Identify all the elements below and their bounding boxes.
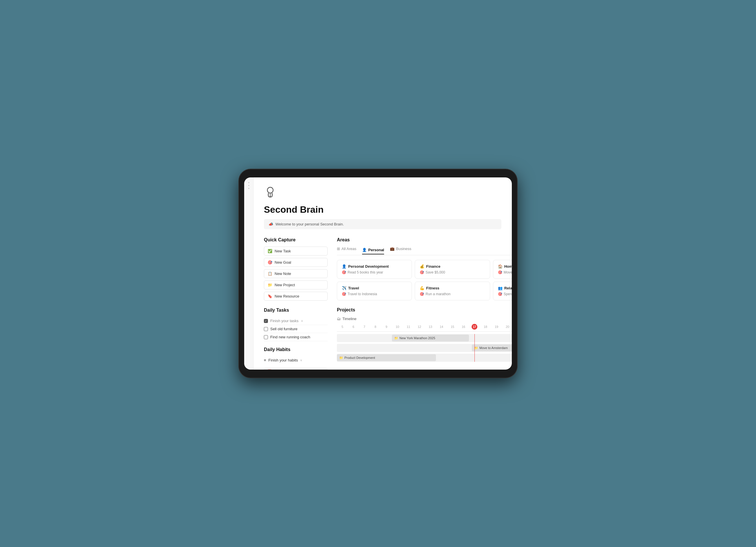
task-checkbox[interactable] (264, 327, 268, 331)
new-resource-button[interactable]: 🔖 New Resource (264, 292, 328, 301)
timeline-num: 5 (337, 325, 348, 328)
relationships-icon: 👥 (498, 286, 503, 290)
sidebar-dot (248, 182, 249, 183)
new-project-label: New Project (275, 283, 295, 287)
timeline-num: 13 (425, 325, 436, 328)
timeline-row: 📁 Move to Amsterdam (337, 344, 512, 352)
habits-item[interactable]: ≡ Finish your habits ∨ (264, 356, 328, 364)
timeline-rows: 📁 New York Marathon 2025 📁 Move to Amste… (337, 334, 512, 362)
area-card-title: 🏠 Home (498, 264, 512, 269)
timeline-row: 📁 Product Development (337, 354, 512, 362)
megaphone-icon: 📣 (269, 222, 273, 226)
timeline-num: 9 (381, 325, 392, 328)
tab-business-label: Business (396, 247, 411, 251)
timeline-num: 12 (414, 325, 425, 328)
area-card-personal-dev[interactable]: 👤 Personal Development 🎯 Read 5 books th… (337, 260, 412, 279)
check-circle-icon: ✅ (268, 249, 272, 253)
travel-icon: ✈️ (342, 286, 346, 290)
task-item[interactable]: ✓ Finish your tasks ∨ (264, 317, 328, 325)
task-checkbox[interactable] (264, 335, 268, 339)
areas-title: Areas (337, 237, 512, 243)
new-goal-button[interactable]: 🎯 New Goal (264, 258, 328, 267)
tab-all-label: All Areas (342, 247, 356, 251)
dropdown-chevron: ∨ (301, 319, 303, 322)
tab-all-areas[interactable]: ⊞ All Areas (337, 247, 356, 253)
finance-icon: 💰 (420, 264, 424, 269)
bar-label: Move to Amsterdam (479, 346, 508, 349)
area-card-title: ✈️ Travel (342, 286, 407, 290)
bar-label: New York Marathon 2025 (399, 336, 435, 340)
timeline-current-day: 17 (472, 324, 477, 330)
home-icon: 🏠 (498, 264, 503, 269)
new-resource-label: New Resource (275, 294, 299, 298)
task-checkbox-done[interactable]: ✓ (264, 319, 268, 323)
timeline-num: 16 (458, 325, 469, 328)
sidebar-strip (244, 178, 253, 369)
timeline-num: 8 (370, 325, 381, 328)
tab-business[interactable]: 💼 Business (390, 247, 411, 253)
timeline-num: 15 (447, 325, 458, 328)
area-card-finance[interactable]: 💰 Finance 🎯 Save $5,000 (415, 260, 490, 279)
area-card-goal: 🎯 Run a marathon (420, 292, 485, 296)
area-card-home[interactable]: 🏠 Home 🎯 Move to a new country (493, 260, 512, 279)
tablet-screen: Second Brain 📣 Welcome to your personal … (244, 178, 512, 369)
task-item[interactable]: Find new running coach (264, 333, 328, 341)
grid-icon: ⊞ (337, 247, 340, 251)
daily-habits-section: Daily Habits ≡ Finish your habits ∨ 📅 @T… (264, 347, 328, 369)
quick-capture-section: Quick Capture ✅ New Task 🎯 New Goal (264, 237, 328, 301)
area-card-title: 💪 Fitness (420, 286, 485, 290)
tablet-frame: Second Brain 📣 Welcome to your personal … (239, 169, 517, 378)
timeline-row: 📁 New York Marathon 2025 (337, 334, 512, 342)
daily-habits-title: Daily Habits (264, 347, 328, 352)
fitness-icon: 💪 (420, 286, 424, 290)
timeline-num: 14 (436, 325, 447, 328)
svg-point-0 (267, 187, 273, 193)
quick-capture-list: ✅ New Task 🎯 New Goal 📋 New Note (264, 247, 328, 301)
timeline-container: 5 6 7 8 9 10 11 12 13 14 15 (337, 324, 512, 362)
habits-label: Finish your habits (269, 358, 298, 362)
goal-icon-small: 🎯 (420, 270, 424, 274)
area-card-goal: 🎯 Spend more time with family (498, 292, 512, 296)
new-task-button[interactable]: ✅ New Task (264, 247, 328, 256)
areas-tabs: ⊞ All Areas 👤 Personal 💼 Business (337, 247, 512, 255)
welcome-banner: 📣 Welcome to your personal Second Brain. (264, 219, 501, 229)
task-label: Find new running coach (270, 335, 310, 339)
briefcase-icon: 💼 (390, 247, 395, 251)
goal-icon-small: 🎯 (342, 270, 346, 274)
welcome-text: Welcome to your personal Second Brain. (275, 222, 344, 226)
new-note-label: New Note (275, 272, 291, 276)
area-card-title: 👤 Personal Development (342, 264, 407, 269)
timeline-icon: 🗂 (337, 316, 341, 321)
goal-icon-small: 🎯 (342, 292, 346, 296)
new-project-button[interactable]: 📁 New Project (264, 280, 328, 289)
area-card-fitness[interactable]: 💪 Fitness 🎯 Run a marathon (415, 281, 490, 300)
task-label: Sell old furniture (270, 327, 297, 331)
timeline-num: 11 (403, 325, 414, 328)
area-card-relationships[interactable]: 👥 Relationships 🎯 Spend more time with f… (493, 281, 512, 300)
goal-icon: 🎯 (268, 260, 272, 265)
folder-icon: 📁 (268, 283, 272, 287)
tab-personal[interactable]: 👤 Personal (362, 248, 384, 255)
daily-tasks-title: Daily Tasks (264, 308, 328, 313)
timeline-num: 7 (359, 325, 370, 328)
area-card-title: 👥 Relationships (498, 286, 512, 290)
brain-icon (264, 186, 501, 202)
projects-section: Projects 🗂 Timeline 5 6 7 (337, 307, 512, 362)
timeline-label: 🗂 Timeline (337, 316, 512, 321)
area-card-goal: 🎯 Save $5,000 (420, 270, 485, 274)
task-item[interactable]: Sell old furniture (264, 325, 328, 333)
sidebar-dot (248, 188, 249, 189)
timeline-num: 20 (502, 325, 512, 328)
tab-personal-label: Personal (368, 248, 384, 252)
timeline-bar-amsterdam: 📁 Move to Amsterdam (472, 344, 512, 351)
project-icon: 📁 (474, 346, 478, 350)
two-column-layout: Quick Capture ✅ New Task 🎯 New Goal (264, 237, 501, 369)
timeline-text: Timeline (342, 316, 357, 321)
area-card-travel[interactable]: ✈️ Travel 🎯 Travel to Indonesia (337, 281, 412, 300)
timeline-bar-marathon: 📁 New York Marathon 2025 (392, 334, 469, 341)
person-icon: 👤 (342, 264, 346, 269)
new-note-button[interactable]: 📋 New Note (264, 269, 328, 278)
at-today-badge[interactable]: 📅 @Today (264, 367, 328, 369)
area-card-goal: 🎯 Travel to Indonesia (342, 292, 407, 296)
project-icon: 📁 (394, 336, 398, 340)
